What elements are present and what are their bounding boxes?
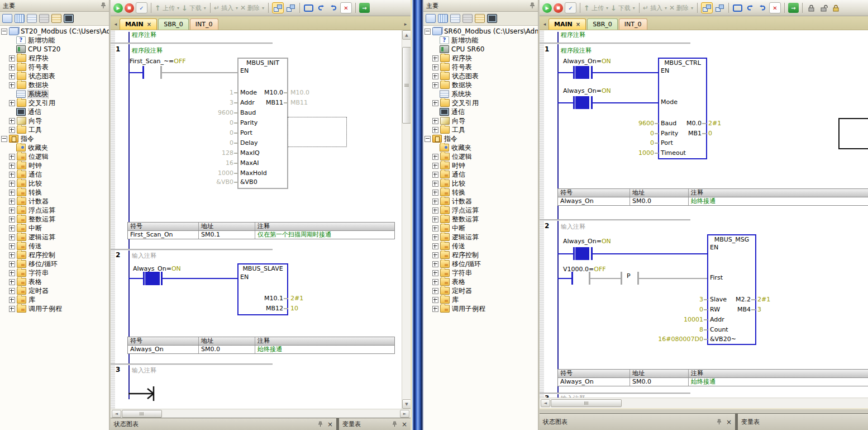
download-dropdown[interactable] [633, 6, 635, 11]
tree-item[interactable]: 比较 [423, 179, 538, 188]
scroll-up-icon[interactable]: ▲ [402, 30, 411, 40]
expand-icon[interactable] [432, 73, 438, 79]
prev-button[interactable] [745, 3, 755, 13]
delete-button[interactable]: 删除 [247, 4, 260, 12]
tree-item[interactable]: 收藏夹 [423, 143, 538, 152]
delete-button[interactable]: 删除 [676, 4, 689, 12]
tree-item[interactable]: 浮点运算 [0, 206, 109, 215]
tree-item[interactable]: 中断 [423, 224, 538, 233]
expand-icon[interactable] [432, 55, 438, 62]
program-comment[interactable]: 程序注释 [132, 32, 156, 39]
tab-scroll-left-icon[interactable]: ◂ [541, 18, 549, 30]
expand-icon[interactable] [432, 199, 438, 205]
run-button[interactable] [113, 3, 123, 13]
scroll-thumb[interactable] [551, 399, 622, 407]
tree-item[interactable]: 库 [0, 295, 109, 304]
horizontal-scrollbar[interactable]: ◄ ► [111, 409, 411, 418]
document-gray-icon[interactable] [39, 14, 49, 23]
expand-icon[interactable] [432, 163, 438, 169]
tree-root-instructions[interactable]: 指令 [423, 134, 538, 143]
scroll-left-icon[interactable]: ◄ [541, 399, 550, 407]
expand-icon[interactable] [432, 270, 438, 276]
expand-icon[interactable] [9, 252, 15, 258]
tree-item[interactable]: 表格 [0, 277, 109, 286]
delete-icon[interactable]: ✕ [669, 4, 675, 12]
tree-item[interactable]: 向导 [0, 116, 109, 125]
tree-item[interactable]: 库 [423, 295, 538, 304]
expand-icon[interactable] [9, 261, 15, 267]
tab-main[interactable]: MAIN [120, 18, 157, 30]
next-button[interactable] [328, 3, 338, 13]
tree-item[interactable]: 程序控制 [423, 251, 538, 259]
expand-icon[interactable] [9, 279, 15, 285]
tree-item[interactable]: 调用子例程 [423, 304, 538, 313]
expand-icon[interactable] [9, 234, 15, 240]
download-icon[interactable]: ↓ [182, 4, 188, 12]
tree-item[interactable]: 收藏夹 [0, 143, 109, 152]
variable-table-panel[interactable]: 变量表 [339, 418, 411, 430]
expand-icon[interactable] [9, 82, 15, 88]
expand-icon[interactable] [432, 297, 438, 303]
compile-button[interactable] [136, 2, 147, 13]
scroll-thumb[interactable] [122, 410, 162, 418]
upload-button[interactable]: 上传 [592, 4, 604, 12]
param-value[interactable]: 0 [178, 120, 233, 126]
output-operand[interactable]: M2.2 [719, 296, 751, 303]
tree-item[interactable]: 表格 [423, 277, 538, 286]
tree-item[interactable]: 新增功能 [423, 36, 538, 45]
lock-yellow-icon[interactable] [831, 3, 841, 13]
tree-item[interactable]: CPU ST20 [0, 45, 109, 54]
network-comment[interactable]: 程序段注释 [132, 48, 163, 54]
tab-scroll-left-icon[interactable]: ◂ [112, 18, 120, 30]
tree-item[interactable]: 系统块 [423, 89, 538, 98]
param-value[interactable]: 9600 [178, 110, 233, 116]
tree-item[interactable]: 通信 [0, 107, 109, 116]
expand-icon[interactable] [9, 306, 15, 312]
upload-icon[interactable]: ↑ [584, 4, 590, 12]
tree-item[interactable]: 工具 [0, 125, 109, 134]
tree-item[interactable]: 逻辑运算 [423, 233, 538, 242]
expand-icon[interactable] [9, 100, 15, 106]
table-row[interactable]: First_Scan_OnSM0.1仅在第一个扫描周期时接通 [128, 231, 394, 239]
expand-icon[interactable] [9, 154, 15, 160]
expand-icon[interactable] [9, 181, 15, 187]
param-value[interactable]: 128 [178, 150, 233, 157]
goto-button[interactable] [359, 3, 370, 13]
delete-icon[interactable]: ✕ [240, 4, 246, 12]
expand-icon[interactable] [9, 118, 15, 124]
expand-icon[interactable] [432, 243, 438, 249]
tab-sbr0[interactable]: SBR_0 [587, 18, 618, 30]
param-value[interactable]: 10001 [642, 316, 703, 323]
document-gray-icon[interactable] [462, 14, 473, 23]
tree-item[interactable]: 状态图表 [0, 72, 109, 81]
expand-icon[interactable] [9, 127, 15, 133]
param-value[interactable]: 0 [178, 130, 233, 136]
insert-button[interactable]: 插入 [650, 4, 662, 12]
view-icon[interactable] [2, 14, 12, 23]
delete-dropdown[interactable] [262, 6, 264, 11]
clear-bookmark-button[interactable] [340, 2, 352, 13]
expand-icon[interactable] [432, 279, 438, 285]
tree-item[interactable]: CPU SR60 [423, 45, 538, 54]
expand-icon[interactable] [432, 100, 438, 106]
scroll-left-icon[interactable]: ◄ [112, 410, 121, 418]
program-comment[interactable]: 程序注释 [561, 32, 585, 39]
list-view-icon[interactable] [475, 14, 485, 23]
output-operand[interactable]: MB1 [670, 130, 702, 137]
pou-view-button[interactable] [272, 2, 284, 13]
delete-dropdown[interactable] [691, 6, 693, 11]
param-value[interactable]: 16 [178, 160, 233, 167]
tab-int0[interactable]: INT_0 [619, 18, 647, 30]
expand-icon[interactable] [9, 199, 15, 205]
pin-icon[interactable] [318, 421, 323, 427]
new-network-button[interactable] [732, 3, 743, 13]
insert-button[interactable]: 插入 [221, 4, 233, 12]
status-chart-panel[interactable]: 状态图表 [540, 414, 735, 430]
network-comment[interactable]: 输入注释 [132, 253, 156, 259]
expand-icon[interactable] [432, 64, 438, 70]
param-value[interactable]: 8 [642, 327, 703, 333]
table-view-icon[interactable] [15, 14, 25, 23]
close-icon[interactable] [327, 420, 333, 428]
tree-item[interactable]: 时钟 [423, 161, 538, 170]
new-network-button[interactable] [303, 3, 314, 13]
